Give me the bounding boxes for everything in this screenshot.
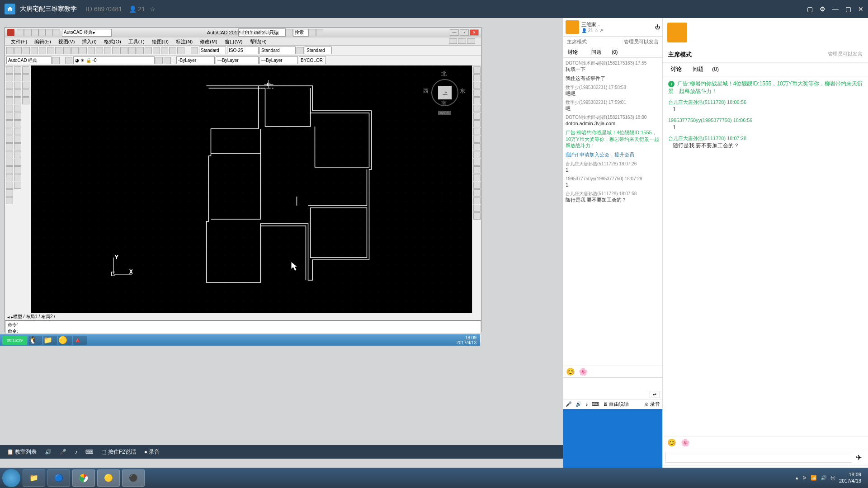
layer-state-icon[interactable] [156, 57, 163, 64]
host-send-button[interactable]: ✈ [852, 453, 865, 462]
spline-tool-icon[interactable] [6, 120, 13, 127]
record-button[interactable]: ● 录音 [144, 448, 160, 456]
chamfer-tool-icon[interactable] [14, 166, 21, 174]
mtext-tool-icon[interactable] [6, 197, 13, 204]
layout-tabs[interactable]: ◂ ▸ 模型 / 布局1 / 布局2 / [5, 313, 481, 320]
markup-icon[interactable] [161, 47, 168, 54]
push-to-talk[interactable]: ⬚ 按住F2说话 [101, 448, 136, 456]
menu-file[interactable]: 文件(F) [7, 38, 31, 45]
workspace-dropdown[interactable]: AutoCAD 经典 ▾ [62, 29, 112, 37]
tablestyle-dropdown[interactable]: Standard [259, 47, 296, 54]
send-button[interactable]: ↵ [650, 391, 660, 398]
join-tool-icon[interactable] [14, 159, 21, 166]
r-tool-3-icon[interactable] [473, 82, 481, 89]
publish-icon[interactable] [47, 47, 54, 54]
free-talk-toggle[interactable]: 🖥 自由说话 [603, 401, 629, 408]
remote-task-3[interactable]: 🟡 [58, 336, 72, 345]
circle-tool-icon[interactable] [6, 113, 13, 120]
home-icon[interactable] [5, 4, 15, 14]
open-icon[interactable] [14, 47, 22, 54]
move-tool-icon[interactable] [14, 105, 21, 112]
host-tab-discuss[interactable]: 讨论 [667, 63, 685, 76]
r-tool-8-icon[interactable] [473, 120, 481, 127]
zoom-prev-icon[interactable] [120, 47, 127, 54]
r-tool-14-icon[interactable] [473, 166, 481, 174]
maximize-icon[interactable]: ▢ [845, 5, 851, 13]
mleader-dropdown[interactable]: Standard [305, 47, 332, 54]
layer-prop-icon[interactable] [65, 57, 72, 64]
task-chrome[interactable] [72, 469, 95, 487]
match-icon[interactable] [80, 47, 87, 54]
minimize-icon[interactable]: — [832, 5, 839, 13]
polygon-tool-icon[interactable] [6, 89, 13, 97]
qat-open-icon[interactable] [24, 29, 31, 36]
design-center-icon[interactable] [137, 47, 144, 54]
host-emoji-icon[interactable]: 😊 [667, 438, 676, 447]
copy-tool-icon[interactable] [14, 74, 21, 81]
command-line[interactable]: 命令: 命令: [5, 320, 481, 334]
keyboard-icon[interactable]: ⌨ [85, 449, 93, 455]
calc-icon[interactable] [169, 47, 176, 54]
menu-modify[interactable]: 修改(M) [196, 38, 221, 45]
rotate-tool-icon[interactable] [14, 113, 21, 120]
insert-block-icon[interactable] [6, 143, 13, 150]
r-tool-11-icon[interactable] [473, 143, 481, 150]
mic-icon[interactable]: 🎤 [60, 449, 66, 455]
task-explorer[interactable]: 📁 [23, 469, 45, 487]
sheet-set-icon[interactable] [153, 47, 160, 54]
task-skype[interactable]: 🔵 [47, 469, 70, 487]
signin-icon[interactable] [286, 29, 293, 36]
settings-icon[interactable]: ⚙ [820, 5, 826, 13]
join-guild-link[interactable]: [随行] 申请加入公会，提升会员 [566, 152, 634, 157]
start-button[interactable] [2, 469, 20, 487]
pan-icon[interactable] [104, 47, 111, 54]
dist-tool-icon[interactable] [22, 66, 29, 74]
qat-undo-icon[interactable] [38, 29, 46, 36]
plot-icon[interactable] [31, 47, 38, 54]
break-tool-icon[interactable] [14, 151, 21, 158]
list-tool-icon[interactable] [22, 89, 29, 97]
host-chat-input[interactable] [665, 452, 852, 463]
undo-icon[interactable] [88, 47, 95, 54]
exchange-icon[interactable] [309, 29, 316, 36]
r-tool-1-icon[interactable] [473, 66, 481, 74]
plotstyle-dropdown[interactable]: BYCOLOR [299, 56, 326, 64]
r-tool-19-icon[interactable] [473, 205, 481, 212]
redo-icon[interactable] [96, 47, 103, 54]
extend-tool-icon[interactable] [14, 143, 21, 150]
window-icon[interactable]: ▢ [807, 5, 813, 13]
menu-tools[interactable]: 工具(T) [125, 38, 148, 45]
mleader-icon[interactable] [297, 47, 304, 54]
tb-kb-icon[interactable]: ⌨ [592, 401, 599, 407]
star-icon[interactable]: ☆ [150, 5, 156, 13]
r-tool-17-icon[interactable] [473, 189, 481, 197]
textstyle-icon[interactable] [191, 47, 198, 54]
array-tool-icon[interactable] [14, 97, 21, 104]
record-toggle[interactable]: ⊙ 录音 [645, 401, 660, 408]
remote-task-1[interactable]: 🐧 [28, 336, 42, 345]
tray-volume-icon[interactable]: 🔊 [821, 475, 827, 481]
host-flower-icon[interactable]: 🌸 [681, 438, 690, 447]
color-dropdown[interactable]: ▫ ByLayer [176, 56, 215, 64]
save-icon[interactable] [23, 47, 30, 54]
qat-new-icon[interactable] [17, 29, 24, 36]
close-button[interactable]: ✕ [470, 29, 479, 36]
qat-redo-icon[interactable] [46, 29, 53, 36]
fillet-tool-icon[interactable] [14, 174, 21, 181]
r-tool-5-icon[interactable] [473, 97, 481, 104]
tray-up-icon[interactable]: ▴ [796, 475, 798, 481]
mirror-tool-icon[interactable] [14, 82, 21, 89]
menu-insert[interactable]: 插入(I) [78, 38, 100, 45]
r-tool-18-icon[interactable] [473, 197, 481, 204]
tab-discuss[interactable]: 讨论 [563, 47, 582, 57]
classroom-list-button[interactable]: 📋 教室列表 [7, 448, 37, 456]
task-yy[interactable]: 🟡 [97, 469, 120, 487]
new-icon[interactable] [6, 47, 14, 54]
ellipse-tool-icon[interactable] [6, 128, 13, 135]
paste-icon[interactable] [71, 47, 79, 54]
explode-tool-icon[interactable] [14, 182, 21, 189]
menu-help[interactable]: 帮助(H) [246, 38, 270, 45]
area-tool-icon[interactable] [22, 74, 29, 81]
linetype-dropdown[interactable]: — ByLayer [216, 56, 259, 64]
make-block-icon[interactable] [6, 151, 13, 158]
